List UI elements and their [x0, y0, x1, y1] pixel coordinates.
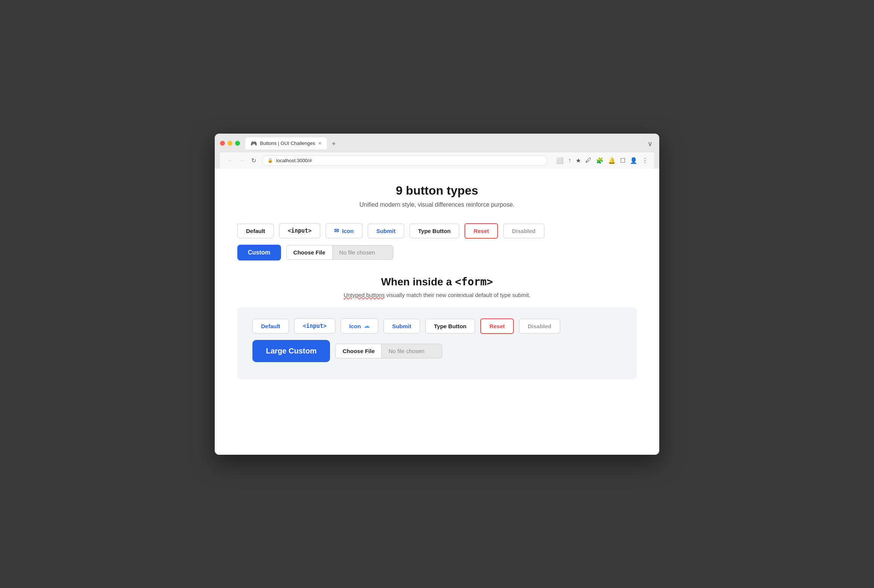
- tab-icon: 🎮: [251, 140, 257, 146]
- tab-bar: 🎮 Buttons | GUI Challenges ✕ + ∨: [245, 137, 654, 149]
- notification-button[interactable]: 🔔: [607, 156, 616, 165]
- form-section-subtitle: Untyped buttons visually match their new…: [237, 292, 637, 298]
- new-tab-button[interactable]: +: [329, 139, 339, 149]
- submit-button[interactable]: Submit: [368, 224, 404, 238]
- traffic-lights: [220, 141, 240, 146]
- email-icon: ✉: [334, 227, 339, 234]
- type-button[interactable]: Type Button: [409, 224, 459, 238]
- nav-buttons: ← → ↻: [225, 156, 258, 165]
- file-chosen-text: No file chosen: [333, 245, 393, 259]
- button-group-custom: Custom Choose File No file chosen: [237, 245, 637, 260]
- tab-close-button[interactable]: ✕: [318, 141, 322, 146]
- url-text: localhost:3000/#: [276, 158, 312, 163]
- traffic-light-yellow[interactable]: [228, 141, 232, 146]
- form-input-button[interactable]: <input>: [294, 318, 335, 334]
- form-code-tag: <form>: [455, 276, 493, 288]
- form-file-input-wrapper[interactable]: Choose File No file chosen: [335, 344, 442, 358]
- menu-button[interactable]: ⋮: [641, 156, 649, 165]
- form-reset-button[interactable]: Reset: [480, 318, 514, 334]
- cloud-icon: ☁: [364, 323, 370, 329]
- browser-window: 🎮 Buttons | GUI Challenges ✕ + ∨ ← → ↻ 🔒…: [215, 134, 659, 455]
- large-custom-button[interactable]: Large Custom: [252, 340, 330, 362]
- form-choose-file-button[interactable]: Choose File: [336, 344, 382, 358]
- form-type-button[interactable]: Type Button: [425, 319, 475, 334]
- icon-button-label: Icon: [342, 228, 354, 234]
- page-subtitle: Unified modern style, visual differences…: [237, 201, 637, 208]
- security-icon: 🔒: [267, 158, 273, 163]
- address-bar: ← → ↻ 🔒 localhost:3000/# ⬜ ↑ ★ 🖊 🧩 🔔 ☐ 👤…: [220, 152, 654, 169]
- browser-actions: ⬜ ↑ ★ 🖊 🧩 🔔 ☐ 👤 ⋮: [555, 156, 649, 165]
- icon-button[interactable]: ✉ Icon: [325, 223, 362, 238]
- form-section-heading: When inside a <form>: [237, 276, 637, 288]
- share-button[interactable]: ↑: [567, 156, 572, 165]
- file-input-wrapper[interactable]: Choose File No file chosen: [286, 245, 393, 260]
- extensions-button[interactable]: 🧩: [595, 156, 604, 165]
- tab-menu-chevron[interactable]: ∨: [646, 138, 654, 149]
- form-button-group-custom: Large Custom Choose File No file chosen: [252, 340, 622, 362]
- sidebar-button[interactable]: ☐: [619, 156, 626, 165]
- form-default-button[interactable]: Default: [252, 319, 289, 334]
- form-icon-button[interactable]: Icon ☁: [341, 318, 378, 334]
- untyped-underline: Untyped buttons: [344, 292, 385, 298]
- page-content: 9 button types Unified modern style, vis…: [215, 169, 659, 455]
- button-group-top: Default <input> ✉ Icon Submit Type Butto…: [237, 223, 637, 239]
- form-disabled-button: Disabled: [519, 319, 560, 334]
- bookmark-button[interactable]: ★: [575, 156, 582, 165]
- back-button[interactable]: ←: [225, 156, 235, 165]
- profile-button[interactable]: 👤: [629, 156, 638, 165]
- url-bar[interactable]: 🔒 localhost:3000/#: [262, 155, 548, 166]
- input-button[interactable]: <input>: [279, 223, 320, 238]
- form-submit-button[interactable]: Submit: [384, 319, 420, 334]
- form-section: Default <input> Icon ☁ Submit Type Butto…: [237, 307, 637, 379]
- title-bar: 🎮 Buttons | GUI Challenges ✕ + ∨: [220, 137, 654, 149]
- choose-file-button[interactable]: Choose File: [287, 245, 333, 259]
- open-tab-button[interactable]: ⬜: [555, 156, 564, 165]
- page-title: 9 button types: [237, 184, 637, 198]
- forward-button[interactable]: →: [237, 156, 247, 165]
- browser-tab[interactable]: 🎮 Buttons | GUI Challenges ✕: [245, 137, 327, 149]
- form-icon-label: Icon: [349, 323, 361, 329]
- edit-button[interactable]: 🖊: [585, 156, 592, 165]
- disabled-button: Disabled: [503, 224, 544, 238]
- reset-button[interactable]: Reset: [465, 223, 498, 239]
- reload-button[interactable]: ↻: [249, 156, 258, 165]
- browser-chrome: 🎮 Buttons | GUI Challenges ✕ + ∨ ← → ↻ 🔒…: [215, 134, 659, 169]
- form-button-group-top: Default <input> Icon ☁ Submit Type Butto…: [252, 318, 622, 334]
- default-button[interactable]: Default: [237, 224, 274, 238]
- custom-button[interactable]: Custom: [237, 245, 281, 260]
- traffic-light-green[interactable]: [235, 141, 240, 146]
- tab-label: Buttons | GUI Challenges: [260, 140, 315, 146]
- form-file-chosen-text: No file chosen: [382, 344, 442, 358]
- traffic-light-red[interactable]: [220, 141, 225, 146]
